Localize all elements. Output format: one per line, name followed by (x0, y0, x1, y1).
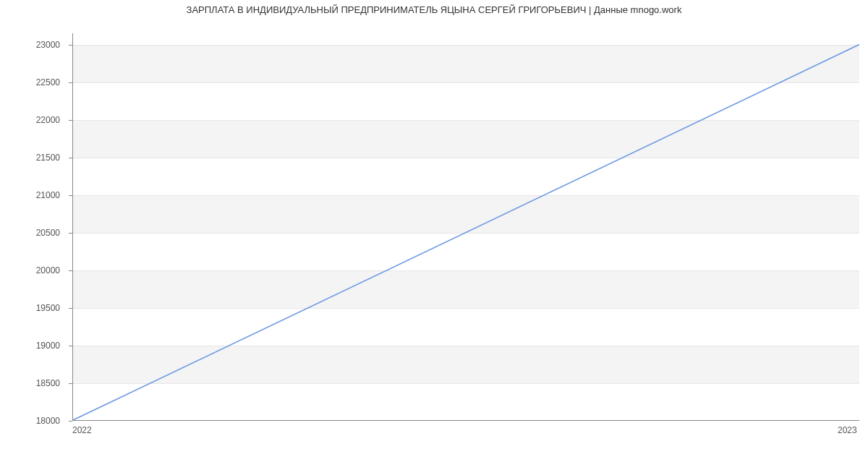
y-tick-label: 19000 (0, 341, 65, 351)
data-line (73, 45, 859, 420)
y-tick-label: 19500 (0, 303, 65, 313)
chart-title: ЗАРПЛАТА В ИНДИВИДУАЛЬНЫЙ ПРЕДПРИНИМАТЕЛ… (0, 4, 868, 15)
y-tick-label: 23000 (0, 40, 65, 50)
y-tick-label: 21500 (0, 153, 65, 163)
plot-area (72, 33, 859, 421)
x-tick-start: 2022 (72, 425, 92, 435)
y-tick-mark (69, 421, 72, 422)
y-tick-label: 22500 (0, 77, 65, 87)
y-tick-label: 21000 (0, 190, 65, 200)
line-series (73, 33, 859, 420)
y-tick-label: 20500 (0, 228, 65, 238)
y-tick-label: 22000 (0, 115, 65, 125)
y-tick-label: 18500 (0, 378, 65, 388)
salary-line-chart: ЗАРПЛАТА В ИНДИВИДУАЛЬНЫЙ ПРЕДПРИНИМАТЕЛ… (0, 0, 868, 470)
x-tick-end: 2023 (838, 425, 857, 435)
y-tick-label: 18000 (0, 416, 65, 426)
y-tick-label: 20000 (0, 265, 65, 275)
